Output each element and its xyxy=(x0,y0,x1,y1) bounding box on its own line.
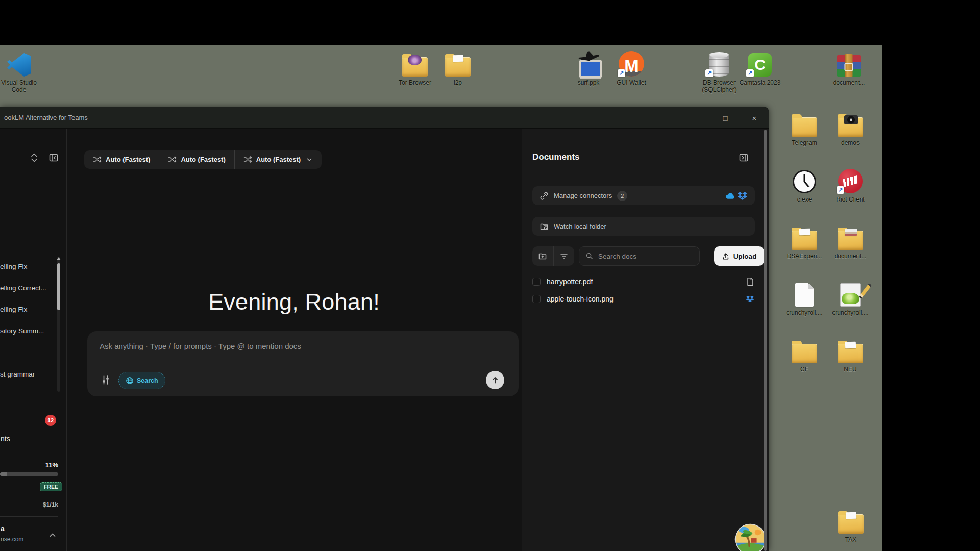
desktop-icon[interactable]: document... xyxy=(827,47,871,86)
model-selector[interactable]: Auto (Fastest) xyxy=(159,150,234,169)
desktop-icon-label: surf.ppk xyxy=(578,79,600,86)
documents-panel: Documents Manage connectors 2 xyxy=(522,129,769,551)
file-checkbox[interactable] xyxy=(532,278,541,286)
desktop-icon-label: DSAExperi... xyxy=(787,253,822,260)
desktop-icon[interactable]: Tor Browser xyxy=(393,47,437,86)
window-scrollbar[interactable] xyxy=(764,130,767,551)
watch-local-folder-button[interactable]: Watch local folder xyxy=(532,217,755,236)
usage-percent: 11% xyxy=(0,461,58,469)
window-titlebar[interactable]: ookLM Alternative for Teams – □ × xyxy=(0,107,769,129)
desktop-right-icon-grid: Telegram demos c.exe xyxy=(781,107,873,390)
chat-input-card[interactable]: Ask anything · Type / for prompts · Type… xyxy=(87,331,519,396)
desktop-icon-image xyxy=(577,51,600,77)
sidebar-history-item[interactable]: elling Fix xyxy=(0,263,55,271)
desktop-icon-image xyxy=(792,231,817,250)
desktop-icon[interactable]: GUI Wallet xyxy=(609,47,653,86)
minimize-button[interactable]: – xyxy=(691,107,713,129)
desktop-icon[interactable]: crunchyroll.... xyxy=(827,277,873,334)
rate-label: $1/1k xyxy=(0,501,58,508)
desktop-icon[interactable]: Telegram xyxy=(781,107,827,164)
desktop-icon[interactable]: i2p xyxy=(436,47,480,86)
sidebar-history-item[interactable]: elling Fix xyxy=(0,306,55,314)
desktop-icon-label: CF xyxy=(800,366,808,373)
plan-badge: FREE xyxy=(40,482,62,491)
new-folder-button[interactable] xyxy=(532,246,553,266)
desktop-icon-image xyxy=(837,55,861,77)
watch-local-folder-label: Watch local folder xyxy=(554,222,606,230)
globe-icon xyxy=(126,377,134,385)
desktop-icon-image xyxy=(840,283,861,307)
desktop-icon[interactable]: DSAExperi... xyxy=(781,220,827,277)
window-title: ookLM Alternative for Teams xyxy=(4,114,88,121)
model-selector[interactable]: Auto (Fastest) xyxy=(84,150,159,169)
desktop-icon[interactable]: Visual Studio Code xyxy=(0,47,41,93)
desktop-icon[interactable]: document... xyxy=(827,220,873,277)
shortcut-arrow-icon xyxy=(618,69,625,77)
desktop-icon-label: Telegram xyxy=(792,139,817,146)
manage-connectors-button[interactable]: Manage connectors 2 xyxy=(532,186,755,205)
desktop-icon[interactable]: c.exe xyxy=(781,164,827,220)
sidebar-history-item[interactable]: elling Correct... xyxy=(0,284,55,292)
file-row[interactable]: apple-touch-icon.png xyxy=(532,291,755,307)
shortcut-arrow-icon xyxy=(705,69,713,77)
desktop-icon-label: TAX xyxy=(845,536,856,543)
account-chevron-up-icon[interactable] xyxy=(48,531,57,539)
desktop-icon[interactable]: surf.ppk xyxy=(567,47,610,86)
upload-button[interactable]: Upload xyxy=(714,246,764,266)
desktop-icon-image xyxy=(793,170,816,193)
close-button[interactable]: × xyxy=(744,107,765,129)
desktop-icon-label: Tor Browser xyxy=(399,79,431,86)
desktop-icon[interactable]: CF xyxy=(781,334,827,390)
panel-collapse-icon[interactable] xyxy=(739,153,749,163)
desktop-icon-label: GUI Wallet xyxy=(617,79,646,86)
desktop-icon-image xyxy=(7,53,31,77)
desktop-icon[interactable]: NEU xyxy=(827,334,873,390)
divider xyxy=(0,516,58,517)
desktop-icon[interactable]: crunchyroll.... xyxy=(781,277,827,334)
model-selector[interactable]: Auto (Fastest) xyxy=(234,150,322,169)
desktop-icon[interactable]: DB Browser (SQLCipher) xyxy=(697,47,741,93)
documents-file-list: harrypotter.pdf xyxy=(532,273,755,307)
notification-badge: 12 xyxy=(45,415,56,426)
connector-link-icon xyxy=(540,191,549,201)
search-docs-placeholder: Search docs xyxy=(598,253,636,260)
maximize-button[interactable]: □ xyxy=(715,107,736,129)
screen: Visual Studio Code Tor Browser i2p xyxy=(0,0,980,551)
desktop-icon-tax[interactable]: TAX xyxy=(829,504,873,543)
sidebar-history-item[interactable]: sitory Summ... xyxy=(0,327,55,335)
folder-watch-icon xyxy=(540,222,549,231)
avatar[interactable] xyxy=(734,523,766,551)
greeting-heading: Evening, Rohan! xyxy=(66,289,522,315)
model-selector-bar: Auto (Fastest) Auto (Fastest) Auto (Fa xyxy=(84,150,322,169)
desktop-icon-image xyxy=(445,57,471,77)
desktop-icon[interactable]: Riot Client xyxy=(827,164,873,220)
sidebar-scrollbar-thumb[interactable] xyxy=(57,263,60,310)
shuffle-icon xyxy=(243,155,252,164)
tune-sliders-icon[interactable] xyxy=(100,374,111,386)
web-search-label: Search xyxy=(137,377,158,384)
chat-input-placeholder: Ask anything · Type / for prompts · Type… xyxy=(100,342,301,350)
send-button[interactable] xyxy=(486,371,504,389)
file-checkbox[interactable] xyxy=(532,295,541,303)
sidebar-nav-item[interactable]: nts xyxy=(1,435,10,443)
scroll-up-arrow-icon[interactable] xyxy=(57,257,61,260)
web-search-toggle[interactable]: Search xyxy=(118,372,165,389)
desktop-icon-image xyxy=(792,117,817,137)
file-row[interactable]: harrypotter.pdf xyxy=(532,273,755,290)
expand-collapse-icon[interactable] xyxy=(29,152,39,163)
file-type-icon xyxy=(745,277,755,287)
filter-lines-icon xyxy=(559,252,569,261)
desktop-icon-label: NEU xyxy=(844,366,856,373)
sidebar-history-item[interactable]: st grammar xyxy=(0,370,55,379)
file-type-icon xyxy=(745,294,755,304)
filter-button[interactable] xyxy=(553,246,575,266)
search-docs-input[interactable]: Search docs xyxy=(579,246,700,266)
shortcut-arrow-icon xyxy=(837,186,844,194)
desktop-icon[interactable]: Camtasia 2023 xyxy=(738,47,782,86)
dropbox-icon xyxy=(737,191,748,201)
sidebar-collapse-icon[interactable] xyxy=(48,153,59,163)
usage-progress-fill xyxy=(0,472,7,476)
upload-label: Upload xyxy=(733,253,757,260)
account-name: a xyxy=(1,524,5,533)
desktop-icon[interactable]: demos xyxy=(827,107,873,164)
